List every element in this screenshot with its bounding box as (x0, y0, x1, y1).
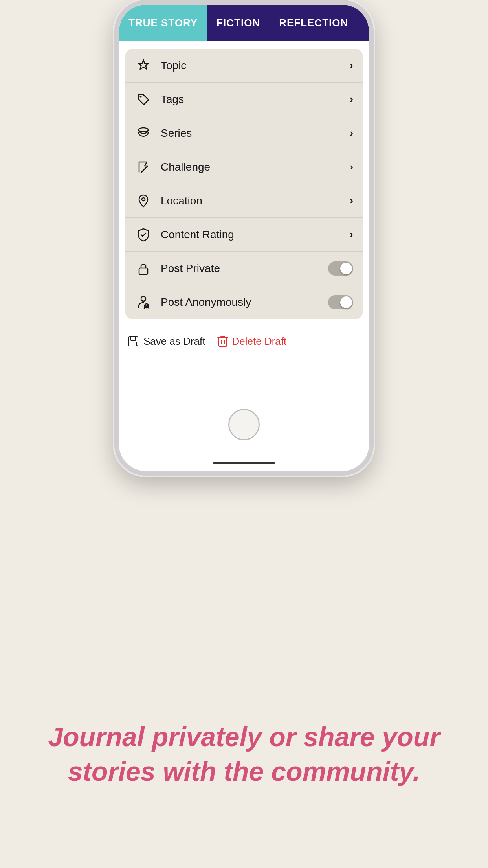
chevron-content-rating: › (350, 228, 353, 241)
svg-rect-13 (219, 338, 227, 346)
chevron-challenge: › (350, 161, 353, 173)
svg-rect-11 (130, 342, 136, 346)
menu-label-location: Location (161, 195, 350, 207)
anonymous-icon (135, 294, 152, 311)
svg-point-2 (142, 198, 145, 201)
menu-item-post-private[interactable]: Post Private (125, 252, 363, 285)
menu-label-series: Series (161, 127, 350, 140)
chevron-tags: › (350, 93, 353, 105)
menu-item-tags[interactable]: Tags › (125, 83, 363, 116)
delete-draft-label: Delete Draft (232, 335, 287, 348)
menu-label-topic: Topic (161, 59, 350, 72)
svg-point-0 (140, 96, 142, 97)
menu-item-series[interactable]: Series › (125, 116, 363, 150)
chevron-location: › (350, 195, 353, 207)
menu-item-post-anonymously[interactable]: Post Anonymously (125, 285, 363, 319)
tagline-text: Journal privately or share your stories … (31, 719, 457, 789)
menu-label-tags: Tags (161, 93, 350, 106)
svg-point-6 (146, 305, 147, 307)
tab-true-story[interactable]: TRUE STORY (119, 5, 207, 41)
menu-label-post-private: Post Private (161, 262, 328, 275)
phone-frame: TRUE STORY FICTION REFLECTION PO… Topic … (114, 0, 374, 476)
post-anonymously-toggle[interactable] (328, 295, 353, 309)
phone-screen: TRUE STORY FICTION REFLECTION PO… Topic … (119, 5, 369, 471)
tags-icon (135, 91, 152, 108)
menu-item-challenge[interactable]: Challenge › (125, 150, 363, 184)
svg-line-8 (148, 307, 149, 308)
save-draft-button[interactable]: Save as Draft (127, 335, 205, 348)
post-private-toggle[interactable] (328, 261, 353, 276)
menu-item-content-rating[interactable]: Content Rating › (125, 218, 363, 252)
tab-bar: TRUE STORY FICTION REFLECTION PO… (119, 5, 369, 41)
bottom-actions: Save as Draft Delete Draft (119, 327, 369, 355)
chevron-topic: › (350, 59, 353, 72)
topic-icon (135, 57, 152, 74)
trash-icon (217, 335, 228, 348)
menu-label-challenge: Challenge (161, 161, 350, 173)
tab-fiction[interactable]: FICTION (207, 5, 270, 41)
lock-icon (135, 260, 152, 277)
save-icon (127, 335, 139, 348)
svg-point-4 (141, 296, 146, 301)
delete-draft-button[interactable]: Delete Draft (217, 335, 287, 348)
menu-label-content-rating: Content Rating (161, 228, 350, 241)
menu-item-topic[interactable]: Topic › (125, 49, 363, 83)
home-button[interactable] (228, 409, 260, 440)
save-draft-label: Save as Draft (143, 335, 205, 348)
chevron-series: › (350, 127, 353, 139)
content-rating-icon (135, 226, 152, 243)
svg-line-7 (144, 307, 145, 308)
tab-reflection[interactable]: REFLECTION (270, 5, 358, 41)
bottom-tagline-container: Journal privately or share your stories … (0, 640, 488, 868)
menu-label-post-anonymously: Post Anonymously (161, 296, 328, 309)
tab-more[interactable]: PO… (358, 5, 369, 41)
home-indicator (213, 462, 275, 464)
challenge-icon (135, 158, 152, 176)
menu-container: Topic › Tags › (125, 49, 363, 319)
menu-item-location[interactable]: Location › (125, 184, 363, 218)
svg-point-1 (139, 128, 148, 132)
series-icon (135, 125, 152, 142)
svg-rect-3 (139, 268, 148, 274)
location-icon (135, 192, 152, 210)
